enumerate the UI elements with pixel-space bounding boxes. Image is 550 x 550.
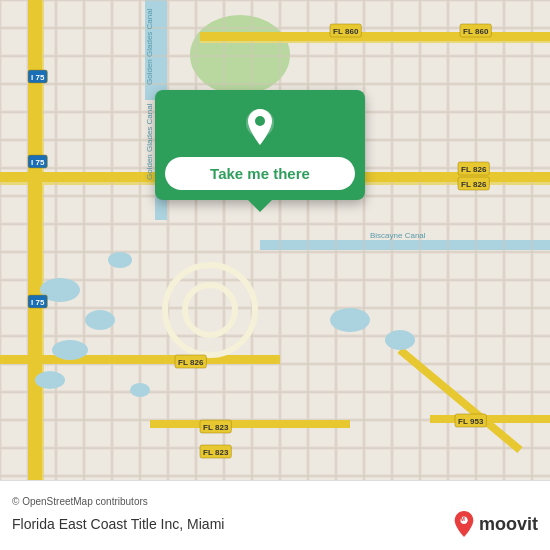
svg-text:M: M bbox=[460, 516, 465, 522]
svg-point-1 bbox=[255, 116, 265, 126]
bottom-bar: © OpenStreetMap contributors Florida Eas… bbox=[0, 480, 550, 550]
moovit-pin-icon: M bbox=[453, 511, 475, 537]
location-label: Florida East Coast Title Inc, Miami bbox=[12, 516, 224, 532]
popup-card: Take me there bbox=[155, 90, 365, 200]
moovit-logo: M moovit bbox=[453, 511, 538, 537]
map-container: Take me there bbox=[0, 0, 550, 480]
moovit-brand-text: moovit bbox=[479, 514, 538, 535]
location-pin-icon bbox=[238, 105, 282, 149]
bottom-row: Florida East Coast Title Inc, Miami M mo… bbox=[12, 511, 538, 537]
map-attribution: © OpenStreetMap contributors bbox=[12, 496, 538, 507]
take-me-there-button[interactable]: Take me there bbox=[165, 157, 355, 190]
